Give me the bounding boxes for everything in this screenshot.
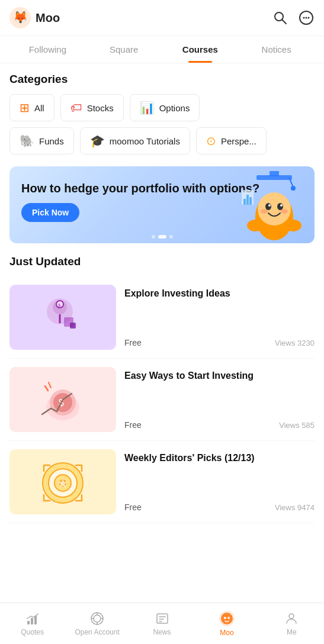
svg-point-11 bbox=[291, 186, 296, 191]
svg-rect-9 bbox=[270, 171, 279, 176]
course-meta: Free Views 585 bbox=[124, 420, 315, 430]
quotes-icon bbox=[25, 611, 40, 626]
svg-point-19 bbox=[281, 209, 288, 214]
course-info-easy: Easy Ways to Start Investing Free Views … bbox=[124, 367, 315, 432]
funds-icon: 🐘 bbox=[20, 134, 34, 148]
categories-grid: ⊞ All 🏷 Stocks 📊 Options 🐘 Funds 🎓 moomo… bbox=[0, 94, 324, 154]
category-row-1: ⊞ All 🏷 Stocks 📊 Options bbox=[9, 94, 315, 121]
news-icon bbox=[155, 611, 169, 626]
invest-ideas-illustration: $ bbox=[33, 291, 92, 344]
options-icon: 📊 bbox=[140, 101, 155, 115]
search-icon[interactable] bbox=[272, 9, 288, 26]
category-all[interactable]: ⊞ All bbox=[9, 94, 54, 121]
svg-rect-23 bbox=[243, 199, 246, 205]
course-meta: Free Views 9474 bbox=[124, 503, 315, 512]
table-row[interactable]: Weekly Editors' Picks (12/13) Free Views… bbox=[9, 441, 315, 523]
svg-point-17 bbox=[280, 204, 283, 207]
nav-item-open-account[interactable]: Open Account bbox=[65, 611, 129, 636]
open-account-label: Open Account bbox=[75, 628, 119, 636]
svg-point-5 bbox=[303, 17, 305, 19]
svg-text:$: $ bbox=[58, 302, 61, 308]
course-free-label: Free bbox=[124, 503, 142, 512]
categories-section: Categories bbox=[0, 63, 324, 86]
svg-rect-32 bbox=[70, 323, 76, 329]
svg-point-6 bbox=[306, 17, 307, 19]
tab-square[interactable]: Square bbox=[86, 36, 162, 63]
perspectives-icon: ⊙ bbox=[206, 134, 216, 148]
tab-following[interactable]: Following bbox=[9, 36, 86, 63]
open-account-icon bbox=[90, 611, 104, 626]
nav-item-moo[interactable]: Moo bbox=[194, 611, 259, 637]
svg-rect-53 bbox=[157, 614, 168, 623]
nav-item-quotes[interactable]: Quotes bbox=[0, 611, 65, 636]
tab-notices[interactable]: Notices bbox=[238, 36, 315, 63]
category-perspectives-label: Perspe... bbox=[221, 136, 256, 146]
category-funds-label: Funds bbox=[39, 136, 64, 146]
pick-now-button[interactable]: Pick Now bbox=[21, 203, 79, 222]
course-info-explore: Explore Investing Ideas Free Views 3230 bbox=[124, 285, 315, 350]
header-icons bbox=[272, 9, 315, 26]
svg-rect-25 bbox=[249, 197, 252, 205]
moo-logo-icon: 🦊 bbox=[9, 7, 31, 28]
svg-rect-24 bbox=[246, 195, 249, 205]
table-row[interactable]: $ Easy Ways to Start Investing Free View… bbox=[9, 359, 315, 441]
course-views: Views 585 bbox=[279, 421, 315, 430]
moomoo-icon: 🎓 bbox=[90, 134, 105, 148]
tab-courses[interactable]: Courses bbox=[162, 36, 239, 63]
svg-point-15 bbox=[277, 203, 283, 210]
course-views: Views 3230 bbox=[275, 339, 315, 347]
course-views: Views 9474 bbox=[275, 503, 315, 512]
svg-line-3 bbox=[283, 20, 287, 24]
course-title: Easy Ways to Start Investing bbox=[124, 369, 315, 382]
svg-point-60 bbox=[227, 617, 230, 619]
logo-area: 🦊 Moo bbox=[9, 7, 272, 28]
svg-point-13 bbox=[258, 192, 291, 226]
course-thumbnail-explore: $ bbox=[9, 285, 116, 350]
stocks-icon: 🏷 bbox=[70, 101, 82, 115]
mascot-illustration bbox=[239, 166, 310, 243]
moo-label: Moo bbox=[220, 629, 233, 637]
dot-2 bbox=[158, 235, 166, 239]
svg-rect-44 bbox=[27, 621, 30, 624]
category-funds[interactable]: 🐘 Funds bbox=[9, 127, 74, 154]
start-investing-illustration: $ bbox=[33, 373, 92, 426]
svg-point-21 bbox=[285, 220, 301, 231]
course-free-label: Free bbox=[124, 338, 142, 347]
svg-point-20 bbox=[247, 220, 264, 231]
nav-item-me[interactable]: Me bbox=[259, 611, 324, 636]
categories-title: Categories bbox=[9, 73, 315, 86]
dot-1 bbox=[152, 235, 155, 239]
app-title: Moo bbox=[36, 11, 60, 25]
header: 🦊 Moo bbox=[0, 0, 324, 36]
category-moomoo[interactable]: 🎓 moomoo Tutorials bbox=[80, 127, 190, 154]
moo-nav-icon bbox=[219, 611, 235, 626]
me-icon bbox=[284, 611, 299, 626]
dot-3 bbox=[169, 235, 173, 239]
svg-point-59 bbox=[224, 617, 226, 619]
svg-text:🦊: 🦊 bbox=[13, 10, 28, 24]
just-updated-title: Just Updated bbox=[9, 255, 315, 268]
category-all-label: All bbox=[34, 103, 44, 113]
course-meta: Free Views 3230 bbox=[124, 338, 315, 347]
just-updated-section: Just Updated $ Explore Investing Ideas F… bbox=[0, 243, 324, 523]
category-options[interactable]: 📊 Options bbox=[130, 94, 200, 121]
svg-point-61 bbox=[289, 614, 294, 619]
table-row[interactable]: $ Explore Investing Ideas Free Views 323… bbox=[9, 276, 315, 359]
nav-item-news[interactable]: News bbox=[130, 611, 194, 636]
category-stocks-label: Stocks bbox=[87, 103, 114, 113]
category-stocks[interactable]: 🏷 Stocks bbox=[60, 94, 124, 121]
bottom-nav: Quotes Open Account News Moo bbox=[0, 603, 324, 644]
svg-point-58 bbox=[221, 613, 233, 624]
svg-line-37 bbox=[45, 386, 48, 391]
svg-point-48 bbox=[94, 615, 101, 622]
messages-icon[interactable] bbox=[298, 9, 315, 26]
svg-point-7 bbox=[308, 17, 310, 19]
svg-point-16 bbox=[268, 204, 271, 207]
category-perspectives[interactable]: ⊙ Perspe... bbox=[196, 127, 267, 154]
all-icon: ⊞ bbox=[20, 101, 30, 115]
svg-point-18 bbox=[261, 209, 268, 214]
promo-banner[interactable]: How to hedge your portfolio with options… bbox=[9, 166, 315, 243]
course-free-label: Free bbox=[124, 420, 142, 430]
course-thumbnail-weekly bbox=[9, 449, 116, 514]
course-info-weekly: Weekly Editors' Picks (12/13) Free Views… bbox=[124, 449, 315, 514]
